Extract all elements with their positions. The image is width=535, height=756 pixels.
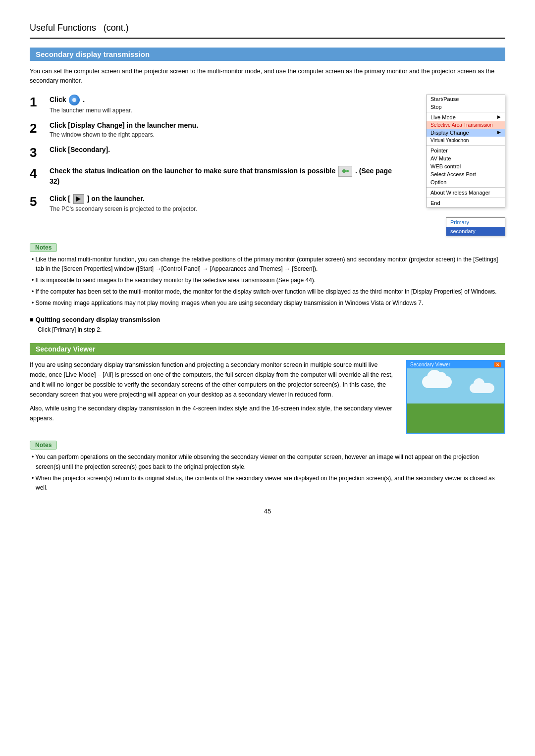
notes-box-1: Notes Like the normal multi-monitor func… [30,243,505,308]
launcher-icon-1 [69,95,80,105]
step-5-desc: The PC's secondary screen is projected t… [50,205,396,212]
secondary-viewer-text: If you are using secondary display trans… [30,360,396,423]
step-2-number: 2 [30,122,45,135]
sv-text-2: Also, while using the secondary display … [30,403,396,423]
step-5: 5 Click [ ] on the launcher. The PC's se… [30,194,396,212]
display-primary[interactable]: Primary [446,218,505,227]
click-word-1: Click [50,95,68,103]
step-3-number: 3 [30,146,45,159]
quitting-text: Click [Primary] in step 2. [38,326,505,333]
step-2: 2 Click [Display Change] in the launcher… [30,121,396,138]
page-title: Useful Functions (cont.) [30,20,505,39]
step-2-content: Click [Display Change] in the launcher m… [50,121,396,138]
steps-container: 1 Click . The launcher menu will appear.… [30,95,396,236]
menu-divider-3 [427,187,505,188]
menu-divider-2 [427,145,505,146]
step-5-number: 5 [30,195,45,208]
quitting-title: Quitting secondary display transmission [30,316,505,323]
step-3-content: Click [Secondary]. [50,145,396,155]
menu-item-livemode: Live Mode [427,113,505,121]
step-1-content: Click . The launcher menu will appear. [50,95,396,114]
step-1-title: Click . [50,95,396,105]
notes-label-1: Notes [30,243,57,252]
step-1: 1 Click . The launcher menu will appear. [30,95,396,114]
secondary-viewer-section: Secondary Viewer If you are using second… [30,343,505,434]
menu-item-webcontrol: WEB control [427,162,505,170]
cloud-2 [470,383,494,393]
status-dot-1 [342,169,346,173]
menu-item-startpause: Start/Pause [427,95,505,103]
menu-item-displaychange: Display Change [427,129,505,137]
note-1-item-3: If the computer has been set to the mult… [30,287,505,297]
secondary-viewer-image-container: Secondary Viewer ✕ [406,360,505,434]
note-2-item-2: When the projector screen(s) return to i… [30,474,505,493]
step-3-title: Click [Secondary]. [50,145,396,154]
step-1-number: 1 [30,96,45,108]
viewer-titlebar: Secondary Viewer ✕ [407,361,504,368]
notes-box-2: Notes You can perform operations on the … [30,441,505,493]
status-dot-2 [346,170,349,172]
section1-header: Secondary display transmission [30,48,505,61]
launcher-menu: Start/Pause Stop Live Mode Selective Are… [426,95,505,207]
step-4-number: 4 [30,167,45,180]
secondary-viewer-content: If you are using secondary display trans… [30,360,505,434]
title-cont: (cont.) [104,23,129,33]
step-2-desc: The window shown to the right appears. [50,131,396,138]
sv-text-1: If you are using secondary display trans… [30,360,396,400]
step-3: 3 Click [Secondary]. [30,145,396,159]
menu-divider-4 [427,198,505,198]
step-4: 4 Check the status indication on the lau… [30,166,396,187]
play-icon-box [73,194,84,204]
menu-item-virtual: Virtual Yablochon [427,137,505,144]
step-4-content: Check the status indication on the launc… [50,166,396,187]
display-secondary[interactable]: secondary [446,227,505,236]
page-number: 45 [30,507,505,515]
step-5-content: Click [ ] on the launcher. The PC's seco… [50,194,396,212]
menu-item-selectaccess: Select Access Port [427,170,505,178]
note-2-item-1: You can perform operations on the second… [30,453,505,471]
viewer-landscape [407,368,504,433]
cloud-1 [422,376,452,388]
menu-divider-1 [427,112,505,112]
step-4-title: Check the status indication on the launc… [50,166,396,186]
side-panels: Start/Pause Stop Live Mode Selective Are… [406,95,505,236]
notes-label-2: Notes [30,441,57,450]
note-1-item-2: It is impossible to send images to the s… [30,276,505,285]
menu-item-stop: Stop [427,103,505,111]
viewer-title: Secondary Viewer [410,362,450,367]
display-selector-box: Primary secondary [446,217,505,236]
menu-item-avmute: AV Mute [427,154,505,162]
notes-list-2: You can perform operations on the second… [30,453,505,493]
menu-item-selective: Selective Area Transmission [427,121,505,129]
menu-item-about: About Wireless Manager [427,189,505,197]
note-1-item-1: Like the normal multi-monitor function, … [30,255,505,274]
menu-item-pointer: Pointer [427,147,505,154]
title-text: Useful Functions [30,23,96,33]
step-2-title: Click [Display Change] in the launcher m… [50,121,396,130]
play-triangle [76,197,81,202]
menu-item-end: End [427,199,505,207]
menu-item-option: Option [427,178,505,186]
step-1-desc: The launcher menu will appear. [50,107,396,114]
section2-header: Secondary Viewer [30,343,505,355]
viewer-window: Secondary Viewer ✕ [406,360,505,434]
viewer-close-button[interactable]: ✕ [494,362,501,367]
step-5-title: Click [ ] on the launcher. [50,194,396,204]
note-1-item-4: Some moving image applications may not p… [30,299,505,308]
notes-list-1: Like the normal multi-monitor function, … [30,255,505,308]
intro-text: You can set the computer screen and the … [30,67,505,86]
status-icon [338,166,352,177]
